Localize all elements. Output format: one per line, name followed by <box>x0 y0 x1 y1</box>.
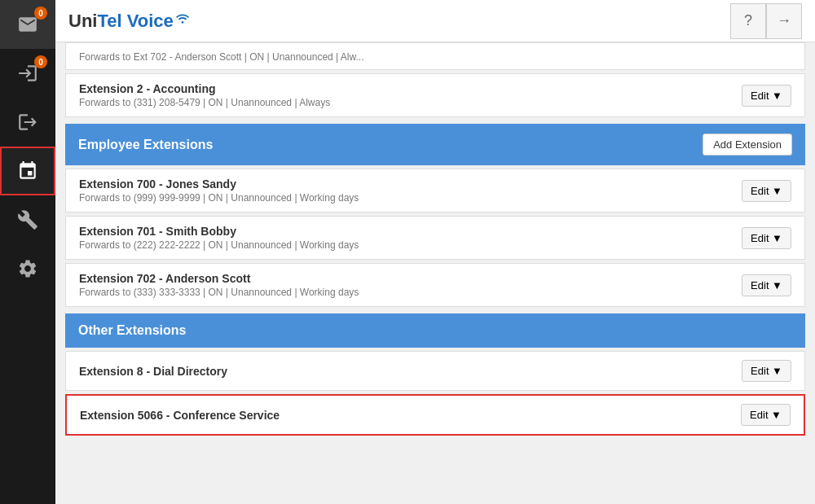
extension-702-item: Extension 702 - Anderson Scott Forwards … <box>65 263 805 307</box>
sidebar-item-login[interactable]: 0 <box>0 49 55 98</box>
ext-8-edit-button[interactable]: Edit ▼ <box>742 360 791 382</box>
ext-700-subtitle: Forwards to (999) 999-9999 | ON | Unanno… <box>79 192 359 204</box>
logo: UniTel Voice <box>68 11 190 32</box>
sidebar-item-settings[interactable] <box>0 244 55 293</box>
ext-700-title: Extension 700 - Jones Sandy <box>79 177 359 191</box>
ext-701-edit-button[interactable]: Edit ▼ <box>742 227 791 249</box>
svg-point-0 <box>181 21 183 24</box>
logout-icon <box>17 112 38 133</box>
clipped-ext-item: Forwards to Ext 702 - Anderson Scott | O… <box>65 42 805 70</box>
other-extensions-title: Other Extensions <box>78 323 186 338</box>
other-extensions-header: Other Extensions <box>65 313 805 348</box>
logo-tel: Tel <box>97 11 121 31</box>
ext-2-edit-button[interactable]: Edit ▼ <box>742 85 791 107</box>
ext-702-edit-button[interactable]: Edit ▼ <box>742 274 791 296</box>
sidebar: 0 0 <box>0 0 55 504</box>
ext-2-subtitle: Forwards to (331) 208-5479 | ON | Unanno… <box>79 97 330 108</box>
extension-700-item: Extension 700 - Jones Sandy Forwards to … <box>65 169 805 213</box>
ext-702-title: Extension 702 - Anderson Scott <box>79 272 359 285</box>
ext-8-title: Extension 8 - Dial Directory <box>79 365 227 378</box>
wifi-icon <box>175 12 190 24</box>
content-area: Forwards to Ext 702 - Anderson Scott | O… <box>55 42 815 504</box>
messages-badge: 0 <box>34 7 47 20</box>
network-icon <box>17 160 38 182</box>
ext-5066-title: Extension 5066 - Conference Service <box>80 409 280 422</box>
settings-icon <box>17 258 38 279</box>
ext-701-title: Extension 701 - Smith Bobby <box>79 225 359 238</box>
employee-extensions-title: Employee Extensions <box>78 138 213 152</box>
header-icons: ? → <box>730 3 802 39</box>
logout-button[interactable]: → <box>766 3 802 39</box>
employee-extensions-header: Employee Extensions Add Extension <box>65 124 805 165</box>
sidebar-item-tools[interactable] <box>0 195 55 244</box>
ext-702-subtitle: Forwards to (333) 333-3333 | ON | Unanno… <box>79 287 359 298</box>
add-extension-button[interactable]: Add Extension <box>703 134 792 156</box>
ext-8-edit-label: Edit ▼ <box>751 365 782 377</box>
logo-uni: Uni <box>68 11 97 31</box>
tools-icon <box>17 209 38 230</box>
ext-701-edit-label: Edit ▼ <box>751 232 782 244</box>
sidebar-item-messages[interactable]: 0 <box>0 0 55 49</box>
login-badge: 0 <box>34 55 47 68</box>
extension-701-item: Extension 701 - Smith Bobby Forwards to … <box>65 216 805 260</box>
ext-5066-edit-label: Edit ▼ <box>750 409 782 421</box>
sidebar-item-extensions[interactable] <box>0 147 55 195</box>
sidebar-item-logout[interactable] <box>0 98 55 147</box>
ext-2-edit-label: Edit ▼ <box>751 90 782 102</box>
extension-2-item: Extension 2 - Accounting Forwards to (33… <box>65 73 805 117</box>
logo-voice: Voice <box>127 11 174 31</box>
main-content: UniTel Voice ? → Forwards to Ext 702 - A… <box>55 0 815 504</box>
ext-701-subtitle: Forwards to (222) 222-2222 | ON | Unanno… <box>79 239 359 251</box>
ext-700-edit-button[interactable]: Edit ▼ <box>742 180 791 202</box>
help-button[interactable]: ? <box>730 3 766 39</box>
extension-5066-item: Extension 5066 - Conference Service Edit… <box>65 394 805 436</box>
ext-2-info: Extension 2 - Accounting Forwards to (33… <box>79 82 330 108</box>
ext-702-edit-label: Edit ▼ <box>751 279 782 291</box>
ext-5066-edit-button[interactable]: Edit ▼ <box>741 404 791 426</box>
clipped-ext-subtitle: Forwards to Ext 702 - Anderson Scott | O… <box>79 51 364 63</box>
ext-2-title: Extension 2 - Accounting <box>79 82 330 95</box>
header: UniTel Voice ? → <box>55 0 815 42</box>
extension-8-item: Extension 8 - Dial Directory Edit ▼ <box>65 351 805 391</box>
ext-700-edit-label: Edit ▼ <box>751 185 782 197</box>
